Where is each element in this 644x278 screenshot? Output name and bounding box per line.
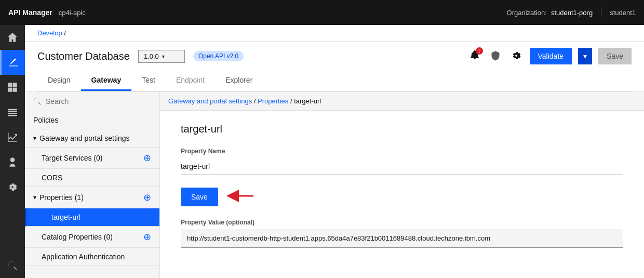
properties-section-label: Properties (1) <box>39 193 84 202</box>
version-value: 1.0.0 <box>144 52 159 60</box>
gear-button[interactable] <box>509 48 524 64</box>
app-instance: cp4i-apic <box>59 9 86 17</box>
search-icon <box>33 97 42 105</box>
nav-app-auth[interactable]: Application Authentication <box>25 248 159 266</box>
property-value-display[interactable]: http://student1-customerdb-http-student1… <box>181 229 623 248</box>
breadcrumb-separator: / <box>64 29 66 37</box>
validate-button[interactable]: Validate <box>530 48 572 64</box>
save-row: Save <box>181 186 623 206</box>
app-name: API Manager <box>8 8 52 17</box>
properties-plus-icon[interactable]: ⊕ <box>143 192 151 203</box>
sidebar-item-table[interactable] <box>0 100 25 125</box>
caret-down-icon: ▾ <box>33 135 36 142</box>
nav-target-url[interactable]: target-url <box>25 208 159 227</box>
property-name-group: Property Name <box>181 148 623 175</box>
version-select[interactable]: 1.0.0 ▾ <box>138 50 185 63</box>
api-header-actions: 1 Validate▾ Save <box>467 48 632 64</box>
top-nav: API Manager cp4i-apic Organization: stud… <box>0 0 644 25</box>
sidebar-item-search[interactable] <box>0 253 25 278</box>
chevron-down-icon: ▾ <box>162 54 165 59</box>
nav-cors[interactable]: CORS <box>25 169 159 187</box>
content-breadcrumb: Gateway and portal settings / Properties… <box>160 92 644 111</box>
catalog-plus-icon[interactable]: ⊕ <box>143 231 151 243</box>
breadcrumb-bar: Develop / <box>25 25 644 42</box>
breadcrumb-sep2: / <box>290 97 292 105</box>
tab-design[interactable]: Design <box>37 71 81 91</box>
api-header-top: Customer Database 1.0.0 ▾ Open API v2.0 … <box>37 48 632 71</box>
right-content: Gateway and portal settings / Properties… <box>160 92 644 278</box>
top-nav-left: API Manager cp4i-apic <box>8 8 86 17</box>
org-value: student1-porg <box>551 9 593 17</box>
nav-properties-section[interactable]: ▾ Properties (1) ⊕ <box>25 187 159 208</box>
app-auth-label: Application Authentication <box>42 253 125 261</box>
tabs: Design Gateway Test Endpoint Explorer <box>37 71 632 91</box>
breadcrumb-properties[interactable]: Properties <box>258 97 288 105</box>
arrow-annotation <box>224 188 256 204</box>
target-services-plus-icon[interactable]: ⊕ <box>143 152 151 164</box>
icon-sidebar <box>0 25 25 278</box>
nav-divider <box>601 7 601 18</box>
catalog-properties-label: Catalog Properties (0) <box>42 233 113 241</box>
sidebar-item-chart[interactable] <box>0 125 25 150</box>
main-panel: Policies ▾ Gateway and portal settings T… <box>25 92 644 278</box>
cors-label: CORS <box>42 174 62 182</box>
target-url-nav-label: target-url <box>51 213 81 221</box>
tab-test[interactable]: Test <box>131 71 166 91</box>
app-layout: Develop / Customer Database 1.0.0 ▾ Open… <box>0 25 644 278</box>
content-area: Develop / Customer Database 1.0.0 ▾ Open… <box>25 25 644 278</box>
sidebar-item-settings[interactable] <box>0 175 25 200</box>
org-label: Organization: <box>507 9 547 17</box>
property-name-input[interactable] <box>181 158 623 175</box>
nav-policies[interactable]: Policies <box>25 111 159 129</box>
breadcrumb-develop[interactable]: Develop <box>37 29 62 37</box>
nav-catalog-properties[interactable]: Catalog Properties (0) ⊕ <box>25 227 159 248</box>
property-value-group: Property Value (optional) http://student… <box>181 219 623 248</box>
property-value-label: Property Value (optional) <box>181 219 623 226</box>
sidebar-item-edit[interactable] <box>0 50 25 75</box>
search-input[interactable] <box>46 97 151 105</box>
tab-explorer[interactable]: Explorer <box>215 71 263 91</box>
notification-button[interactable]: 1 <box>467 48 482 64</box>
property-name-label: Property Name <box>181 148 623 155</box>
shield-button[interactable] <box>488 48 503 64</box>
left-nav: Policies ▾ Gateway and portal settings T… <box>25 92 160 278</box>
api-title: Customer Database <box>37 50 130 62</box>
search-bar[interactable] <box>25 92 159 111</box>
sidebar-item-users[interactable] <box>0 150 25 175</box>
nav-gateway-section[interactable]: ▾ Gateway and portal settings <box>25 129 159 148</box>
validate-dropdown-button[interactable]: ▾ <box>578 48 592 64</box>
save-button[interactable]: Save <box>598 48 632 64</box>
gateway-section-label: Gateway and portal settings <box>39 134 130 142</box>
tab-endpoint[interactable]: Endpoint <box>166 71 215 91</box>
caret-down-icon-props: ▾ <box>33 194 36 201</box>
nav-target-services[interactable]: Target Services (0) ⊕ <box>25 148 159 169</box>
open-api-badge: Open API v2.0 <box>193 51 244 61</box>
target-services-label: Target Services (0) <box>42 154 102 162</box>
breadcrumb-current: target-url <box>294 97 321 105</box>
tab-gateway[interactable]: Gateway <box>81 71 132 91</box>
section-title: target-url <box>181 123 623 135</box>
notification-count: 1 <box>476 47 483 55</box>
api-header: Customer Database 1.0.0 ▾ Open API v2.0 … <box>25 42 644 92</box>
top-nav-right: Organization: student1-porg student1 <box>507 7 636 18</box>
sidebar-item-home[interactable] <box>0 25 25 50</box>
breadcrumb-gateway-settings[interactable]: Gateway and portal settings <box>168 97 252 105</box>
sidebar-item-grid[interactable] <box>0 75 25 100</box>
save-form-button[interactable]: Save <box>181 188 218 206</box>
user-name: student1 <box>610 9 636 17</box>
breadcrumb-sep1: / <box>254 97 256 105</box>
